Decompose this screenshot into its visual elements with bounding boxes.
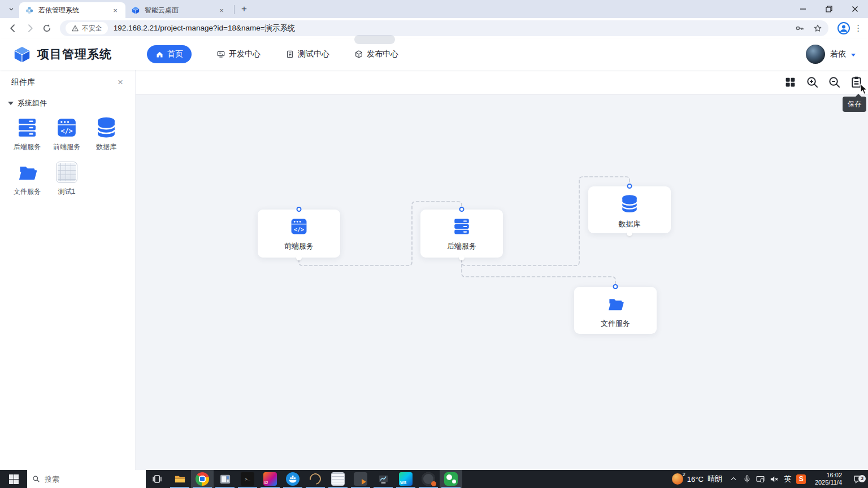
dev-center-icon — [216, 50, 225, 59]
node-database[interactable]: 数据库 — [588, 186, 671, 233]
node-port[interactable] — [297, 207, 302, 212]
tab-title: 智能云桌面 — [145, 6, 214, 15]
taskbar-navicat[interactable] — [304, 470, 327, 488]
server-icon — [15, 116, 40, 139]
node-label: 文件服务 — [601, 319, 630, 329]
nav-item-dev-center[interactable]: 开发中心 — [216, 49, 261, 59]
sogou-icon[interactable]: S — [795, 474, 808, 484]
ime-language[interactable]: 英 — [781, 474, 795, 484]
bookmark-star-icon[interactable] — [813, 23, 823, 33]
search-input[interactable] — [45, 475, 129, 483]
nav-item-release-center[interactable]: 发布中心 — [354, 49, 398, 59]
taskbar-obs[interactable] — [417, 470, 440, 488]
taskbar-notepad[interactable] — [327, 470, 349, 488]
volume-muted-icon[interactable] — [767, 474, 781, 484]
panel-close-icon[interactable]: × — [115, 77, 126, 88]
taskbar-terminal[interactable]: >_ — [236, 470, 259, 488]
microphone-icon[interactable] — [740, 474, 754, 483]
node-port[interactable] — [627, 184, 632, 189]
action-center-button[interactable]: 3 — [848, 474, 868, 485]
user-avatar — [806, 45, 825, 64]
component-test1[interactable]: 测试1 — [47, 161, 86, 197]
zoom-in-icon[interactable] — [805, 76, 819, 89]
nav-label: 开发中心 — [229, 49, 261, 59]
browser-menu-icon[interactable]: ⋮ — [853, 20, 863, 36]
browser-tab-2[interactable]: 智能云桌面 × — [125, 2, 232, 18]
tab-close-icon[interactable]: × — [217, 6, 226, 15]
password-key-icon[interactable] — [795, 23, 805, 33]
component-frontend-service[interactable]: 前端服务 — [47, 116, 86, 152]
windows-taskbar: >_ IJ WS 2 16°C 晴朗 英 S 16:02 2025/11/4 — [0, 470, 868, 488]
node-file-service[interactable]: 文件服务 — [574, 287, 657, 334]
release-center-icon — [354, 50, 363, 59]
ruoyi-favicon-icon — [25, 6, 34, 15]
component-database[interactable]: 数据库 — [86, 116, 126, 152]
weather-widget[interactable]: 2 16°C 晴朗 — [667, 473, 727, 485]
taskbar-chrome[interactable] — [191, 470, 214, 488]
taskbar-window-app[interactable] — [214, 470, 236, 488]
flow-canvas[interactable]: 前端服务 后端服务 数据库 — [136, 95, 868, 470]
taskbar-media-tool[interactable] — [349, 470, 372, 488]
canvas-toolbar — [136, 70, 868, 95]
back-button[interactable] — [6, 20, 20, 36]
section-system-components[interactable]: 系统组件 — [0, 95, 135, 114]
minimize-button[interactable] — [790, 0, 816, 18]
nav-label: 发布中心 — [367, 49, 398, 59]
navicat-icon — [307, 471, 323, 487]
security-chip[interactable]: 不安全 — [66, 22, 108, 34]
new-tab-button[interactable]: + — [237, 2, 251, 16]
taskbar-docker[interactable] — [281, 470, 304, 488]
taskbar-webstorm[interactable]: WS — [394, 470, 417, 488]
component-file-service[interactable]: 文件服务 — [7, 161, 47, 197]
media-tool-icon — [354, 472, 367, 486]
zoom-out-icon[interactable] — [827, 76, 841, 89]
url-text: 192.168.2.21/project-manage?id=18&name=演… — [114, 23, 296, 33]
database-icon — [619, 194, 640, 214]
nav-item-home[interactable]: 首页 — [147, 45, 192, 63]
node-port[interactable] — [613, 284, 618, 289]
task-view-button[interactable] — [146, 470, 168, 488]
security-label: 不安全 — [82, 24, 102, 33]
node-frontend-service[interactable]: 前端服务 — [258, 210, 340, 258]
notepad-icon — [331, 472, 345, 486]
app-header: 项目管理系统 首页 开发中心 测试中心 发布中心 — [0, 38, 868, 70]
tab-search-chevron-icon[interactable] — [3, 2, 19, 16]
address-bar[interactable]: 不安全 192.168.2.21/project-manage?id=18&na… — [60, 20, 828, 36]
node-bottom-port[interactable] — [627, 230, 632, 236]
taskbar-intellij[interactable]: IJ — [259, 470, 281, 488]
intellij-icon: IJ — [263, 472, 277, 486]
browser-profile-icon[interactable] — [836, 20, 851, 36]
user-menu[interactable]: 若依 — [806, 45, 856, 64]
node-bottom-port[interactable] — [296, 255, 302, 260]
node-bottom-port[interactable] — [459, 255, 465, 260]
app-logo-cube-icon — [12, 45, 32, 64]
browser-tab-1[interactable]: 若依管理系统 × — [19, 2, 125, 18]
nav-item-test-center[interactable]: 测试中心 — [285, 49, 329, 59]
component-backend-service[interactable]: 后端服务 — [7, 116, 47, 152]
fading-toast — [354, 35, 395, 44]
hidden-icons-chevron-icon[interactable] — [727, 474, 740, 483]
web-page: 项目管理系统 首页 开发中心 测试中心 发布中心 — [0, 38, 868, 470]
forward-button[interactable] — [23, 20, 37, 36]
taskbar-file-explorer[interactable] — [168, 470, 191, 488]
restore-button[interactable] — [816, 0, 842, 18]
node-backend-service[interactable]: 后端服务 — [420, 210, 503, 258]
taskbar-wechat[interactable] — [440, 470, 462, 488]
grid-layout-icon[interactable] — [783, 76, 797, 89]
window-controls — [790, 0, 868, 18]
clock-time: 16:02 — [826, 472, 842, 479]
taskbar-search[interactable] — [27, 470, 146, 488]
wheel-app-icon — [422, 472, 435, 486]
taskbar-monitor-app[interactable] — [372, 470, 394, 488]
weather-temp: 16°C — [687, 475, 704, 483]
reload-button[interactable] — [40, 20, 54, 36]
cast-display-icon[interactable] — [754, 474, 767, 484]
close-button[interactable] — [842, 0, 868, 18]
taskbar-clock[interactable]: 16:02 2025/11/4 — [808, 472, 848, 486]
desktop-screen: 若依管理系统 × 智能云桌面 × + 不安全 192.168.2.21/proj… — [0, 0, 868, 488]
start-button[interactable] — [0, 470, 27, 488]
tab-close-icon[interactable]: × — [111, 6, 120, 15]
node-port[interactable] — [459, 207, 465, 212]
mouse-cursor-icon — [860, 84, 868, 97]
component-label: 测试1 — [58, 187, 76, 197]
